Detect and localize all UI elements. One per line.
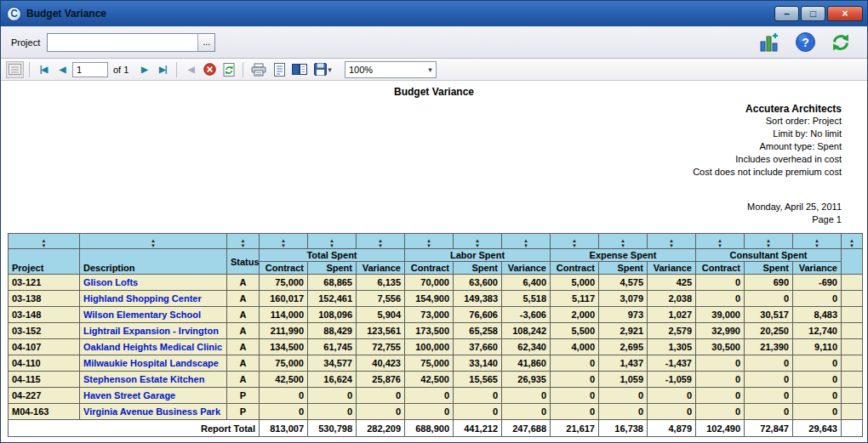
project-cell[interactable]: 03-152 [9,323,80,339]
sort-button[interactable]: ▲▼ [648,234,696,249]
project-cell[interactable]: 04-115 [9,372,80,388]
total-variance-cell: 40,423 [357,355,405,372]
total-contract-cell: 0 [260,388,308,404]
project-cell[interactable]: 04-110 [9,355,80,372]
zoom-select[interactable]: 100% ▾ [345,61,437,78]
expense-contract-cell: 0 [551,372,599,388]
sub-header-variance[interactable]: Variance [357,262,405,275]
total-spent-cell: 88,429 [308,323,357,339]
expense-spent-cell: 1,437 [599,355,648,372]
sub-header-contract[interactable]: Contract [260,262,308,275]
report-meta-line: Cost does not include premium cost [1,166,842,179]
total-cell: 247,688 [502,420,551,437]
maximize-button[interactable]: □ [801,6,825,21]
next-page-button[interactable]: ▶ [135,61,152,78]
svg-text:?: ? [802,36,809,49]
sub-header-variance[interactable]: Variance [648,262,696,275]
spacer-cell [842,388,863,404]
total-cell: 813,007 [260,420,308,437]
description-link[interactable]: Wilson Elementary School [80,307,227,323]
browse-button[interactable]: ... [197,34,214,51]
minimize-button[interactable]: – [774,6,799,21]
sort-button[interactable]: ▲▼ [745,234,793,249]
refresh-icon[interactable] [830,31,852,54]
sort-button[interactable]: ▲▼ [502,234,551,249]
total-cell: 21,617 [551,420,599,437]
sub-header-contract[interactable]: Contract [551,262,599,275]
sub-header-spent[interactable]: Spent [454,262,502,275]
viewer-toolbar: |◀ ◀ of 1 ▶ ▶| ◀ [1,59,867,81]
sort-button[interactable]: ▲▼ [793,234,842,249]
sub-header-variance[interactable]: Variance [793,262,842,275]
sub-header-spent[interactable]: Spent [745,262,793,275]
sub-header-contract[interactable]: Contract [696,262,745,275]
project-cell[interactable]: 04-107 [9,339,80,355]
labor-contract-cell: 0 [405,404,454,420]
consultant-spent-cell: 0 [745,291,793,307]
first-page-button[interactable]: |◀ [35,61,52,78]
sort-button[interactable]: ▲▼ [454,234,502,249]
labor-spent-cell: 63,600 [454,275,502,291]
project-cell[interactable]: 03-138 [9,291,80,307]
back-button[interactable]: ◀ [182,61,199,78]
prev-page-button[interactable]: ◀ [54,61,71,78]
col-header-status[interactable]: Status [227,249,260,275]
stop-loading-icon[interactable] [201,61,219,78]
sort-button[interactable]: ▲▼ [80,234,227,249]
description-link[interactable]: Virginia Avenue Business Park [80,404,227,420]
export-save-icon[interactable]: ▾ [311,61,334,78]
sort-button[interactable]: ▲▼ [357,234,405,249]
description-link[interactable]: Lightrail Expansion - Irvington [80,323,227,339]
report-meta-line: Includes overhead in cost [1,153,842,166]
print-layout-icon[interactable] [271,61,288,78]
close-button[interactable]: × [827,6,863,21]
sort-button[interactable]: ▲▼ [308,234,357,249]
project-cell[interactable]: 03-121 [9,275,80,291]
report-page: Budget Variance Accutera Architects Sort… [1,81,867,442]
description-link[interactable]: Glison Lofts [80,275,227,291]
description-link[interactable]: Highland Shopping Center [80,291,227,307]
description-link[interactable]: Stephenson Estate Kitchen [80,372,227,388]
sort-button[interactable]: ▲▼ [599,234,648,249]
sort-button[interactable]: ▲▼ [842,234,863,249]
toolbar-separator [243,62,243,77]
sub-header-spent[interactable]: Spent [308,262,357,275]
page-setup-icon[interactable] [289,61,310,78]
last-page-button[interactable]: ▶| [154,61,171,78]
sub-header-contract[interactable]: Contract [405,262,454,275]
sub-header-spent[interactable]: Spent [599,262,648,275]
export-dropdown-arrow[interactable]: ▾ [328,65,332,74]
spacer-cell [842,291,863,307]
sub-header-variance[interactable]: Variance [502,262,551,275]
labor-variance-cell: 41,860 [502,355,551,372]
sort-button[interactable]: ▲▼ [260,234,308,249]
status-cell: A [227,323,260,339]
chart-icon[interactable] [758,31,780,54]
print-icon[interactable] [248,61,269,78]
sort-button[interactable]: ▲▼ [551,234,599,249]
page-number-input[interactable] [72,62,108,77]
expense-contract-cell: 0 [551,388,599,404]
project-cell[interactable]: M04-163 [9,404,80,420]
project-cell[interactable]: 03-148 [9,307,80,323]
description-link[interactable]: Milwaukie Hospital Landscape [80,355,227,372]
sort-button[interactable]: ▲▼ [227,234,260,249]
sort-button[interactable]: ▲▼ [9,234,80,249]
labor-spent-cell: 76,606 [454,307,502,323]
total-cell: 441,212 [454,420,502,437]
group-tree-toggle-icon[interactable] [6,61,24,78]
zoom-dropdown-arrow: ▾ [428,65,432,74]
col-header-project[interactable]: Project [9,249,80,275]
expense-variance-cell: 2,038 [648,291,696,307]
description-link[interactable]: Haven Street Garage [80,388,227,404]
description-link[interactable]: Oakland Heights Medical Clinic [80,339,227,355]
sort-button[interactable]: ▲▼ [405,234,454,249]
col-header-description[interactable]: Description [80,249,227,275]
project-input[interactable] [48,34,197,51]
help-icon[interactable]: ? [794,31,816,54]
sort-button[interactable]: ▲▼ [696,234,745,249]
title-bar[interactable]: C Budget Variance – □ × [1,1,867,26]
consultant-contract-cell: 39,000 [696,307,745,323]
project-cell[interactable]: 04-227 [9,388,80,404]
refresh-report-icon[interactable] [220,61,237,78]
